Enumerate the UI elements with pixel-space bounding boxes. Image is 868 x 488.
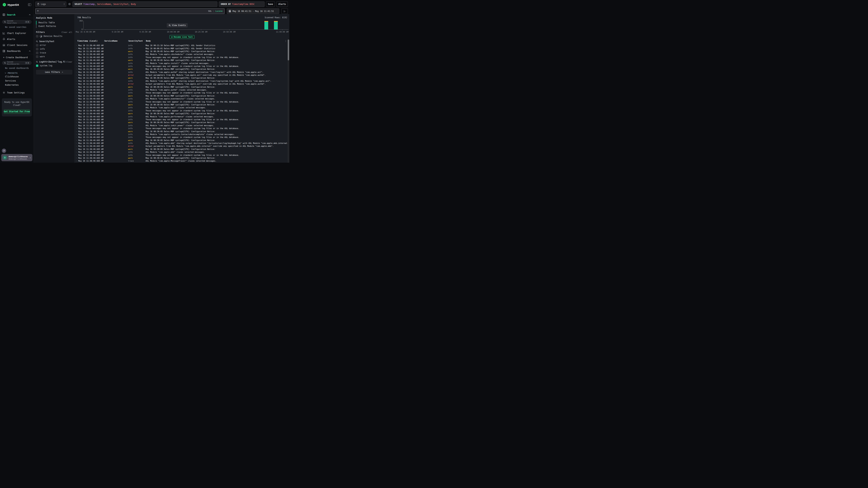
table-row[interactable]: › May 16 11:38:40.683 AM info Those mess…	[75, 109, 287, 112]
sql-toggle[interactable]: SQL	[208, 10, 212, 12]
row-expand-chevron-icon[interactable]: ›	[76, 95, 78, 97]
row-expand-chevron-icon[interactable]: ›	[76, 89, 78, 91]
row-expand-chevron-icon[interactable]: ›	[76, 86, 78, 88]
table-row[interactable]: › May 16 11:38:40.683 AM warn May 16 00:…	[75, 130, 287, 133]
table-row[interactable]: › May 16 11:38:40.683 AM info May 16 00:…	[75, 44, 287, 47]
table-row[interactable]: › May 16 11:38:40.683 AM info ASL Module…	[75, 97, 287, 100]
row-expand-chevron-icon[interactable]: ›	[76, 122, 78, 123]
table-row[interactable]: › May 16 11:38:40.683 AM info May 16 00:…	[75, 47, 287, 50]
row-expand-chevron-icon[interactable]: ›	[76, 83, 78, 85]
table-row[interactable]: › May 16 11:38:40.683 AM error Output pa…	[75, 144, 287, 148]
table-row[interactable]: › May 16 11:38:40.683 AM info ASL Module…	[75, 133, 287, 136]
view-events-button[interactable]: View Events	[167, 23, 188, 28]
histogram-bar-info[interactable]	[274, 22, 278, 29]
row-expand-chevron-icon[interactable]: ›	[76, 59, 78, 61]
row-expand-chevron-icon[interactable]: ›	[76, 142, 78, 144]
row-expand-chevron-icon[interactable]: ›	[76, 136, 78, 138]
table-row[interactable]: › May 16 11:38:40.683 AM warn May 16 00:…	[75, 112, 287, 115]
row-expand-chevron-icon[interactable]: ›	[76, 119, 78, 120]
resume-live-tail-button[interactable]: Resume Live Tail	[169, 35, 194, 39]
run-query-button[interactable]: ▷	[281, 8, 288, 14]
row-expand-chevron-icon[interactable]: ›	[76, 53, 78, 55]
sidebar-item-dashboards[interactable]: Dashboards	[0, 48, 34, 54]
preset-item-kubernetes[interactable]: Kubernetes	[0, 83, 34, 87]
table-row[interactable]: › May 16 11:38:40.683 AM warn May 16 00:…	[75, 121, 287, 124]
table-row[interactable]: › May 16 11:38:40.683 AM info ASL Module…	[75, 151, 287, 154]
row-expand-chevron-icon[interactable]: ›	[76, 68, 78, 70]
row-expand-chevron-icon[interactable]: ›	[76, 148, 78, 150]
row-expand-chevron-icon[interactable]: ›	[76, 160, 78, 162]
save-button[interactable]: Save	[266, 1, 275, 7]
saved-searches-input[interactable]: Saved Searches ⌘ K	[2, 20, 31, 24]
severity-group-title[interactable]: SeverityText	[39, 40, 72, 43]
row-expand-chevron-icon[interactable]: ›	[76, 133, 78, 135]
table-row[interactable]: › May 16 11:38:40.683 AM info Those mess…	[75, 136, 287, 139]
column-severitytext[interactable]: SeverityText	[128, 40, 143, 42]
table-row[interactable]: › May 16 11:38:40.683 AM info ASL Module…	[75, 115, 287, 118]
help-button[interactable]: ?	[2, 149, 6, 153]
histogram-bar-error[interactable]	[265, 21, 268, 21]
checkbox[interactable]	[36, 56, 38, 58]
row-expand-chevron-icon[interactable]: ›	[76, 47, 78, 50]
table-row[interactable]: › May 16 11:38:40.683 AM warn May 16 00:…	[75, 50, 287, 53]
denoise-results-option[interactable]: Denoise Results	[36, 35, 72, 37]
table-row[interactable]: › May 16 11:38:40.683 AM info ASL Module…	[75, 88, 287, 91]
row-expand-chevron-icon[interactable]: ›	[76, 62, 78, 64]
table-options-menu-icon[interactable]: ⋮	[285, 40, 287, 42]
table-row[interactable]: › May 16 11:38:40.683 AM info ASL Module…	[75, 53, 287, 56]
row-expand-chevron-icon[interactable]: ›	[76, 112, 78, 115]
row-expand-chevron-icon[interactable]: ›	[76, 145, 78, 147]
row-expand-chevron-icon[interactable]: ›	[76, 77, 78, 79]
row-expand-chevron-icon[interactable]: ›	[76, 44, 78, 46]
sidebar-item-alerts[interactable]: Alerts	[0, 36, 34, 42]
create-dashboard-button[interactable]: + Create Dashboard	[0, 54, 34, 59]
sidebar-item-team-settings[interactable]: Team Settings	[0, 90, 34, 96]
filter-option-warn[interactable]: warn	[36, 55, 72, 58]
row-expand-chevron-icon[interactable]: ›	[76, 151, 78, 153]
row-expand-chevron-icon[interactable]: ›	[76, 74, 78, 76]
filter-option-system.log[interactable]: ✓system.log	[36, 64, 72, 67]
scrollbar-thumb[interactable]	[288, 40, 289, 60]
row-expand-chevron-icon[interactable]: ›	[76, 130, 78, 132]
table-row[interactable]: › May 16 11:38:40.683 AM info ASL Module…	[75, 142, 287, 144]
table-row[interactable]: › May 16 11:38:40.683 AM info Those mess…	[75, 118, 287, 121]
source-select[interactable]: Logs ▲▼	[35, 1, 66, 7]
alerts-button[interactable]: Alerts	[276, 1, 288, 7]
table-row[interactable]: › May 16 11:38:40.683 AM warn May 16 00:…	[75, 85, 287, 88]
checkbox[interactable]	[36, 48, 38, 50]
table-row[interactable]: › May 16 11:38:40.683 AM warn May 16 00:…	[75, 148, 287, 151]
column-timestamp[interactable]: Timestamp (Local)	[77, 40, 98, 42]
table-row[interactable]: › May 16 11:38:40.683 AM info Those mess…	[75, 56, 287, 59]
row-expand-chevron-icon[interactable]: ›	[76, 92, 78, 94]
row-expand-chevron-icon[interactable]: ›	[76, 101, 78, 103]
filter-option-info[interactable]: info	[36, 48, 72, 50]
histogram-bar-info[interactable]	[265, 22, 268, 29]
column-body[interactable]: Body	[146, 40, 151, 42]
row-expand-chevron-icon[interactable]: ›	[76, 98, 78, 100]
table-row[interactable]: › May 16 11:38:40.683 AM info ASL Module…	[75, 106, 287, 109]
column-servicename[interactable]: ServiceName	[104, 40, 118, 42]
table-row[interactable]: › May 16 11:38:40.683 AM info Those mess…	[75, 91, 287, 94]
row-expand-chevron-icon[interactable]: ›	[76, 125, 78, 126]
row-expand-chevron-icon[interactable]: ›	[76, 107, 78, 108]
table-row[interactable]: › May 16 11:38:40.683 AM warn May 16 00:…	[75, 76, 287, 79]
row-expand-chevron-icon[interactable]: ›	[76, 104, 78, 105]
table-row[interactable]: › May 16 11:38:40.683 AM info Those mess…	[75, 154, 287, 156]
presets-toggle[interactable]: PRESETS	[4, 72, 34, 74]
preset-item-services[interactable]: Services	[0, 78, 34, 83]
table-row[interactable]: › May 16 11:38:40.683 AM warn May 16 00:…	[75, 59, 287, 62]
table-row[interactable]: › May 16 11:38:40.683 AM warn May 16 00:…	[75, 139, 287, 142]
sidebar-item-search[interactable]: Search	[0, 11, 34, 18]
logattr-group-title[interactable]: LogAttributes['log.file.nam	[39, 61, 65, 63]
table-row[interactable]: › May 16 11:38:40.683 AM info Those mess…	[75, 127, 287, 130]
clear-link[interactable]: Clear	[66, 61, 72, 63]
less-filters-button[interactable]: Less filters	[36, 70, 72, 74]
analysis-mode-event-patterns[interactable]: Event Patterns	[36, 24, 72, 28]
row-expand-chevron-icon[interactable]: ›	[76, 80, 78, 82]
filter-option-error[interactable]: error	[36, 44, 72, 46]
scrollbar-track[interactable]	[287, 39, 289, 163]
checkbox[interactable]	[36, 52, 38, 54]
row-expand-chevron-icon[interactable]: ›	[76, 116, 78, 118]
table-row[interactable]: › May 16 11:38:40.683 AM info ASL Module…	[75, 71, 287, 73]
column-resize-handle[interactable]: ⋮	[144, 40, 146, 42]
